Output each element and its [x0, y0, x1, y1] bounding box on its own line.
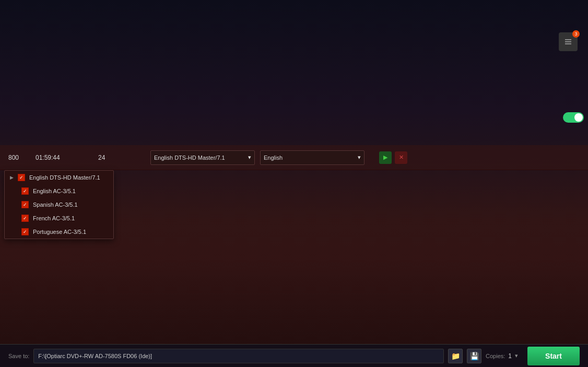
- copies-value: 1: [508, 352, 512, 360]
- dropdown-item-label-2: Spanish AC-3/5.1: [33, 202, 78, 208]
- save-path[interactable]: F:\[Optiarc DVD+-RW AD-7580S FD06 (Ide)]: [33, 349, 444, 363]
- checkbox-3[interactable]: ✓: [21, 215, 29, 222]
- dropdown-item-1[interactable]: ✓ English AC-3/5.1: [5, 184, 113, 198]
- cell-chapter: 24: [98, 154, 150, 161]
- checkbox-4[interactable]: ✓: [21, 228, 29, 235]
- play-button[interactable]: ▶: [379, 151, 392, 164]
- dropdown-item-label-0: English DTS-HD Master/7.1: [29, 174, 100, 181]
- dropdown-item-0[interactable]: ▶ ✓ English DTS-HD Master/7.1: [5, 171, 113, 184]
- dropdown-item-label-3: French AC-3/5.1: [33, 215, 75, 221]
- subtitle-dropdown-arrow: ▾: [358, 154, 361, 161]
- save-to-label: Save to:: [8, 353, 29, 359]
- dropdown-item-label-1: English AC-3/5.1: [33, 188, 76, 194]
- footer: Save to: F:\[Optiarc DVD+-RW AD-7580S FD…: [0, 344, 588, 367]
- copies-area: Copies: 1 ▾: [486, 352, 518, 360]
- cell-actions: ▶ ✕: [379, 151, 407, 164]
- copies-arrow[interactable]: ▾: [515, 352, 518, 359]
- audio-selected-value: English DTS-HD Master/7.1: [154, 155, 225, 161]
- drive-button[interactable]: 💾: [467, 349, 481, 363]
- dropdown-item-2[interactable]: ✓ Spanish AC-3/5.1: [5, 198, 113, 211]
- checkbox-2[interactable]: ✓: [21, 201, 29, 208]
- cell-subtitle: English ▾: [260, 150, 375, 165]
- audio-select[interactable]: English DTS-HD Master/7.1 ▾: [150, 150, 255, 165]
- dropdown-item-4[interactable]: ✓ Portuguese AC-3/5.1: [5, 225, 113, 239]
- cell-id: 800: [4, 154, 36, 161]
- start-button[interactable]: Start: [527, 347, 580, 365]
- browse-folder-button[interactable]: 📁: [448, 349, 463, 363]
- nav-right: 3: [559, 32, 578, 51]
- copies-label: Copies:: [486, 353, 505, 359]
- cell-audio: English DTS-HD Master/7.1 ▾: [150, 150, 260, 165]
- checkbox-0[interactable]: ✓: [18, 174, 25, 181]
- notification-badge: 3: [572, 30, 580, 38]
- movie-data-row: 800 01:59:44 24 English DTS-HD Master/7.…: [0, 145, 588, 170]
- subtitle-selected-value: English: [264, 155, 283, 161]
- enable-toggle[interactable]: [563, 112, 584, 123]
- audio-dropdown-arrow: ▾: [248, 154, 251, 161]
- notifications-button[interactable]: 3: [559, 32, 578, 51]
- cell-runtime: 01:59:44: [36, 154, 98, 161]
- checkbox-1[interactable]: ✓: [21, 187, 29, 195]
- primary-arrow: ▶: [10, 175, 14, 180]
- remove-button[interactable]: ✕: [395, 151, 407, 164]
- dropdown-item-label-4: Portuguese AC-3/5.1: [33, 229, 86, 235]
- subtitle-select[interactable]: English ▾: [260, 150, 364, 165]
- audio-dropdown-panel: ▶ ✓ English DTS-HD Master/7.1 ✓ English …: [4, 170, 114, 239]
- dropdown-item-3[interactable]: ✓ French AC-3/5.1: [5, 211, 113, 225]
